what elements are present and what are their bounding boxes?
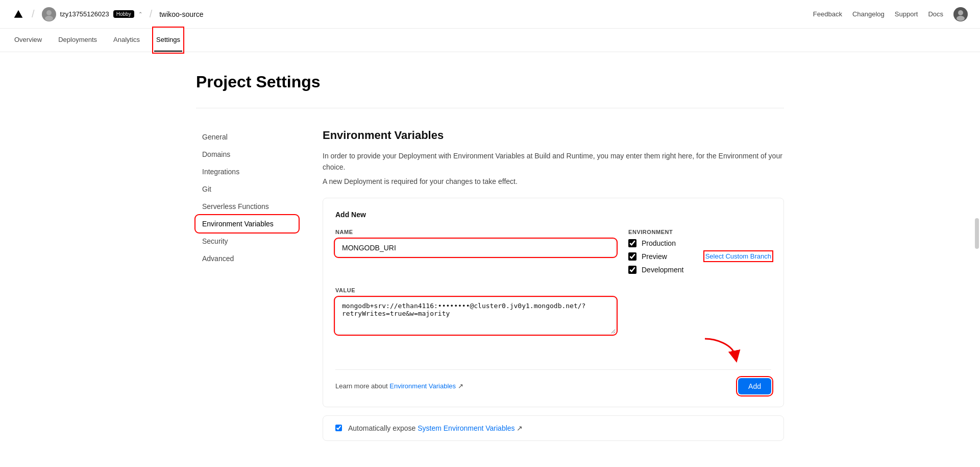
select-custom-branch-link[interactable]: Select Custom Branch (705, 252, 771, 260)
add-button[interactable]: Add (738, 378, 771, 394)
top-nav: / tzy13755126023 Hobby ⌃ / twikoo-source… (0, 0, 980, 29)
checkbox-preview-label: Preview (642, 252, 667, 261)
checkbox-preview: Preview Select Custom Branch (628, 252, 771, 261)
sub-nav: Overview Deployments Analytics Settings (0, 29, 980, 52)
value-input[interactable]: mongodb+srv://ethan4116:••••••••@cluster… (335, 297, 616, 334)
env-label: ENVIRONMENT (628, 229, 771, 235)
support-link[interactable]: Support (895, 10, 918, 18)
value-label: VALUE (335, 287, 616, 293)
nav-project[interactable]: twikoo-source (159, 10, 203, 18)
page-content: Project Settings General Domains Integra… (184, 52, 796, 461)
add-new-card: Add New NAME ENVIRONMENT Production (323, 198, 784, 407)
section-desc-1: In order to provide your Deployment with… (323, 150, 784, 173)
nav-right: Feedback Changelog Support Docs (813, 7, 968, 21)
nav-separator-1: / (32, 8, 35, 20)
sidebar-item-advanced[interactable]: Advanced (196, 250, 298, 267)
svg-point-4 (958, 10, 963, 15)
checkbox-development-label: Development (642, 266, 684, 274)
checkbox-development-input[interactable] (628, 266, 636, 274)
add-new-label: Add New (335, 211, 771, 219)
learn-more-link[interactable]: Environment Variables (389, 382, 456, 390)
auto-expose-label: Automatically expose (348, 424, 415, 432)
sidebar: General Domains Integrations Git Serverl… (196, 129, 298, 441)
tab-deployments[interactable]: Deployments (56, 29, 99, 52)
svg-point-1 (46, 10, 52, 15)
scrollbar[interactable] (975, 218, 979, 249)
checkbox-preview-input[interactable] (628, 252, 636, 261)
checkbox-production-input[interactable] (628, 239, 636, 247)
sidebar-item-security[interactable]: Security (196, 233, 298, 249)
sidebar-item-domains[interactable]: Domains (196, 146, 298, 162)
sidebar-item-general[interactable]: General (196, 129, 298, 145)
tab-settings[interactable]: Settings (154, 29, 182, 52)
checkbox-production: Production (628, 239, 771, 247)
svg-point-5 (957, 16, 965, 21)
auto-expose-text: Automatically expose System Environment … (348, 424, 523, 432)
docs-link[interactable]: Docs (928, 10, 943, 18)
env-col: ENVIRONMENT Production Preview Select Cu… (628, 229, 771, 279)
page-title: Project Settings (196, 52, 784, 108)
changelog-link[interactable]: Changelog (852, 10, 885, 18)
vercel-logo[interactable] (12, 8, 24, 20)
tab-analytics[interactable]: Analytics (111, 29, 142, 52)
checkbox-production-label: Production (642, 239, 676, 247)
env-spacer (628, 287, 771, 336)
content-layout: General Domains Integrations Git Serverl… (196, 108, 784, 461)
system-env-link[interactable]: System Environment Variables (418, 424, 514, 432)
svg-marker-0 (14, 10, 23, 17)
nav-user[interactable]: tzy13755126023 Hobby ⌃ (42, 7, 142, 21)
feedback-link[interactable]: Feedback (813, 10, 842, 18)
chevron-icon: ⌃ (138, 11, 142, 17)
value-col: VALUE mongodb+srv://ethan4116:••••••••@c… (335, 287, 616, 336)
svg-point-2 (45, 16, 53, 21)
sidebar-item-env-vars[interactable]: Environment Variables (196, 216, 298, 232)
learn-more: Learn more about Environment Variables ↗ (335, 382, 463, 390)
checkbox-development: Development (628, 266, 771, 274)
external-link-icon: ↗ (458, 382, 463, 390)
form-row-name: NAME ENVIRONMENT Production Preview Sele… (335, 229, 771, 279)
nav-badge: Hobby (113, 10, 134, 18)
learn-more-text: Learn more about (335, 382, 388, 390)
name-input[interactable] (335, 239, 616, 256)
nav-separator-2: / (150, 8, 153, 20)
section-desc-2: A new Deployment is required for your ch… (323, 177, 784, 185)
name-col: NAME (335, 229, 616, 279)
main-content: Environment Variables In order to provid… (323, 129, 784, 441)
card-footer: Learn more about Environment Variables ↗… (335, 369, 771, 394)
section-title: Environment Variables (323, 129, 784, 142)
auto-expose-checkbox[interactable] (335, 425, 342, 431)
auto-expose-card: Automatically expose System Environment … (323, 415, 784, 441)
red-arrow-annotation (335, 334, 771, 364)
user-avatar[interactable] (953, 7, 968, 21)
system-env-external-icon: ↗ (517, 424, 523, 432)
name-label: NAME (335, 229, 616, 235)
sidebar-item-git[interactable]: Git (196, 181, 298, 197)
tab-overview[interactable]: Overview (12, 29, 44, 52)
sidebar-item-serverless[interactable]: Serverless Functions (196, 198, 298, 215)
avatar (42, 7, 56, 21)
sidebar-item-integrations[interactable]: Integrations (196, 164, 298, 180)
form-row-value: VALUE mongodb+srv://ethan4116:••••••••@c… (335, 287, 771, 336)
nav-username: tzy13755126023 (60, 10, 109, 18)
